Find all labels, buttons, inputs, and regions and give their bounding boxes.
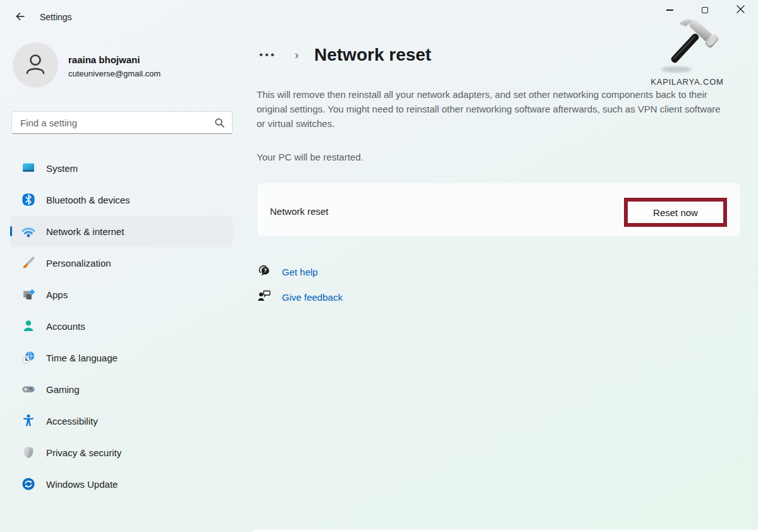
get-help-row: ? Get help	[257, 263, 318, 281]
sidebar-item-label: Network & internet	[46, 226, 124, 237]
reset-now-button[interactable]: Reset now	[624, 198, 727, 227]
sidebar-item-personalization[interactable]: Personalization	[10, 247, 233, 279]
bluetooth-icon	[21, 192, 36, 207]
selected-indicator	[10, 226, 12, 236]
sidebar-item-label: Accessibility	[46, 416, 98, 426]
card-label: Network reset	[270, 206, 329, 217]
accounts-person-icon	[21, 318, 36, 334]
minimize-icon	[666, 9, 673, 10]
apps-icon	[21, 287, 36, 302]
feedback-person-icon	[257, 288, 273, 306]
shield-icon	[21, 445, 36, 460]
sidebar-nav: System Bluetooth & devices Network & int…	[10, 152, 233, 500]
sidebar-item-label: Windows Update	[46, 479, 118, 490]
sidebar-item-gaming[interactable]: Gaming	[10, 373, 233, 405]
watermark-text: KAPILARYA.COM	[640, 77, 735, 87]
sidebar-item-label: Gaming	[46, 384, 80, 395]
sidebar-item-label: Apps	[46, 289, 68, 300]
sidebar-item-accessibility[interactable]: Accessibility	[10, 405, 233, 437]
hammer-icon	[652, 67, 722, 78]
sidebar-item-label: Accounts	[46, 321, 85, 332]
bottom-strip	[253, 529, 758, 532]
give-feedback-row: Give feedback	[257, 288, 343, 306]
time-language-icon	[21, 350, 36, 365]
network-reset-card: Network reset Reset now	[257, 183, 741, 237]
sidebar-item-network-internet[interactable]: Network & internet	[10, 215, 233, 247]
maximize-icon	[702, 7, 708, 13]
give-feedback-link[interactable]: Give feedback	[282, 292, 343, 303]
close-icon	[737, 4, 745, 16]
user-profile[interactable]: raaina bhojwani cuteuniverse@gmail.com	[13, 41, 228, 89]
user-email: cuteuniverse@gmail.com	[68, 69, 161, 78]
sidebar-item-system[interactable]: System	[10, 152, 233, 184]
avatar	[13, 42, 58, 88]
search-input[interactable]	[20, 112, 210, 133]
close-button[interactable]	[726, 0, 755, 20]
settings-window: Settings raaina bhojwani cuteuniverse@gm…	[0, 0, 758, 532]
person-icon	[21, 50, 49, 80]
search-icon[interactable]	[214, 117, 226, 131]
sidebar-item-accounts[interactable]: Accounts	[10, 310, 233, 342]
sidebar-item-privacy-security[interactable]: Privacy & security	[10, 437, 233, 468]
sidebar-item-label: Bluetooth & devices	[46, 195, 130, 205]
sidebar-item-label: System	[46, 163, 78, 174]
page-description: This will remove then reinstall all your…	[257, 87, 730, 131]
get-help-link[interactable]: Get help	[282, 267, 318, 277]
watermark: KAPILARYA.COM	[640, 14, 735, 87]
svg-text:?: ?	[264, 267, 267, 274]
windows-update-icon	[21, 476, 36, 492]
wifi-icon	[21, 224, 36, 239]
accessibility-icon	[21, 413, 36, 428]
restart-note: Your PC will be restarted.	[257, 152, 364, 162]
sidebar-item-time-language[interactable]: Time & language	[10, 342, 233, 373]
system-icon	[21, 160, 36, 176]
help-chat-icon: ?	[257, 263, 273, 281]
search-box	[11, 111, 233, 134]
page-title: Network reset	[314, 45, 431, 65]
reset-now-button-label: Reset now	[653, 207, 698, 218]
user-name: raaina bhojwani	[68, 54, 140, 65]
window-title: Settings	[40, 12, 72, 22]
sidebar-item-label: Privacy & security	[46, 447, 121, 458]
sidebar-item-bluetooth-devices[interactable]: Bluetooth & devices	[10, 184, 233, 215]
arrow-left-icon	[15, 11, 26, 25]
personalization-brush-icon	[21, 255, 36, 270]
sidebar-item-windows-update[interactable]: Windows Update	[10, 468, 233, 500]
sidebar-item-apps[interactable]: Apps	[10, 279, 233, 310]
chevron-right-icon: ›	[295, 48, 298, 62]
maximize-button[interactable]	[690, 0, 719, 20]
sidebar-item-label: Personalization	[46, 258, 111, 269]
minimize-button[interactable]	[655, 0, 684, 20]
back-button[interactable]	[11, 11, 29, 25]
sidebar-item-label: Time & language	[46, 353, 118, 363]
gamepad-icon	[21, 382, 36, 397]
breadcrumb-ellipsis[interactable]: •••	[259, 49, 276, 61]
